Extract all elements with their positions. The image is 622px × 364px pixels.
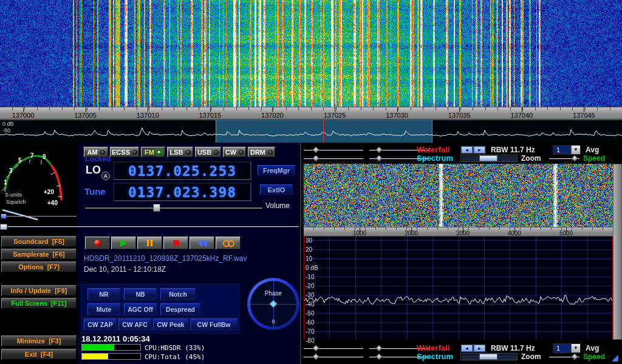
phase-label: Phase (250, 290, 296, 297)
avg-label-top: Avg (586, 146, 599, 154)
dsp-button-cw-afc[interactable]: CW AFC (118, 318, 151, 330)
cpu-total-bar (81, 353, 141, 360)
spectrum-label-bottom[interactable]: Spectrum (417, 352, 453, 361)
scale-tick-label: 4000 (508, 230, 521, 237)
dsp-button-nb[interactable]: NB (124, 288, 157, 300)
slider-thumb[interactable] (375, 155, 382, 161)
rewind-icon (197, 240, 207, 247)
slider-thumb[interactable] (375, 146, 382, 153)
cpu-hdsdr-bar (81, 344, 141, 351)
dropdown-arrow-icon[interactable]: ▼ (571, 344, 580, 352)
left-arrow-icon[interactable]: ◄ (461, 146, 473, 153)
phase-marker-icon (270, 300, 278, 308)
right-arrow-icon[interactable]: ► (474, 345, 485, 352)
rbw-label-top: RBW 11.7 Hz (491, 146, 535, 154)
loop-icon (223, 240, 233, 246)
dsp-button-nr[interactable]: NR (87, 288, 120, 300)
slider-thumb[interactable] (312, 155, 319, 161)
dsp-panel: NRNBNotchMuteAGC OffDespreadCW ZAPCW AFC… (81, 284, 240, 334)
rewind-button[interactable] (190, 237, 214, 249)
dropdown-arrow-icon[interactable]: ▼ (571, 146, 580, 154)
slider-thumb[interactable] (571, 353, 578, 360)
slider-thumb[interactable] (312, 353, 319, 360)
pause-button[interactable] (137, 237, 162, 249)
current-datetime: 18.12.2011 0:05:34 (81, 334, 150, 343)
display-controls-top: Waterfall◄►RBW 11.7 Hz1▼AvgSpectrumZoomS… (304, 144, 622, 164)
dsp-button-cw-fullbw[interactable]: CW FullBw (190, 318, 238, 330)
zoom-slider-bottom[interactable] (460, 353, 518, 360)
display-slider-3-bottom[interactable] (304, 354, 363, 361)
phase-scope: Phase 0 (250, 281, 296, 327)
display-slider-1-top[interactable] (304, 147, 363, 154)
right-arrow-icon[interactable]: ► (474, 146, 485, 153)
phase-indicator[interactable]: Phase 0 (247, 278, 299, 330)
scale-tick-label: 1000 (353, 230, 366, 237)
waterfall-spinner-bottom[interactable]: ◄► (460, 344, 486, 352)
audio-frequency-scale[interactable]: 10002000300040005000 (304, 227, 613, 237)
rbw-label-bottom: RBW 11.7 Hz (491, 344, 535, 352)
record-button[interactable] (85, 237, 110, 249)
zoom-slider-thumb[interactable] (479, 155, 497, 161)
waterfall-spinner-top[interactable]: ◄► (460, 146, 486, 154)
scale-tick-label: 3000 (456, 230, 470, 237)
cpu-total-label: CPU:Total (45%) (145, 353, 205, 361)
stop-icon (173, 240, 179, 246)
waterfall-label-bottom[interactable]: Waterfall (417, 343, 449, 352)
play-icon (120, 240, 127, 247)
dsp-button-cw-peak[interactable]: CW Peak (153, 318, 188, 330)
slider-thumb[interactable] (312, 345, 319, 351)
pause-icon (147, 240, 152, 246)
resize-grip-icon[interactable]: ◢ (612, 353, 618, 362)
avg-label-bottom: Avg (586, 344, 599, 352)
scale-tick-label: 5000 (559, 230, 573, 237)
speed-label-top: Speed (583, 154, 605, 163)
slider-thumb[interactable] (312, 146, 319, 153)
dsp-button-notch[interactable]: Notch (160, 288, 196, 300)
dsp-button-cw-zap[interactable]: CW ZAP (84, 318, 117, 330)
record-icon (94, 240, 101, 246)
zoom-slider-thumb[interactable] (479, 354, 497, 360)
avg-selected-value: 1 (553, 146, 571, 154)
dsp-button-agc-off[interactable]: AGC Off (124, 303, 157, 315)
display-slider-1-bottom[interactable] (304, 345, 363, 352)
cpu-total-bar-fill (82, 354, 108, 359)
slider-thumb[interactable] (375, 353, 382, 360)
waterfall-label-top[interactable]: Waterfall (417, 145, 449, 154)
phase-zero-label: 0 (250, 318, 296, 325)
audio-waterfall-display[interactable] (304, 164, 613, 227)
slider-thumb[interactable] (375, 345, 382, 351)
scale-tick-label: 2000 (405, 230, 418, 237)
stop-button[interactable] (163, 237, 188, 249)
dsp-button-despread[interactable]: Despread (160, 303, 200, 315)
avg-select-top[interactable]: 1▼ (553, 145, 581, 155)
left-arrow-icon[interactable]: ◄ (461, 345, 473, 352)
hdsdr-window: 1370001370051370101370151370201370251370… (0, 0, 622, 364)
slider-thumb[interactable] (571, 155, 578, 161)
display-slider-3-top[interactable] (304, 155, 363, 163)
speed-slider-bottom[interactable] (549, 354, 579, 361)
recording-filename: HDSDR_20111210_120938Z_137025kHz_RF.wav (84, 254, 247, 263)
recording-timestamp: Dec 10, 2011 - 12:10:18Z (84, 265, 166, 274)
spectrum-label-top[interactable]: Spectrum (417, 153, 453, 163)
zoom-label-bottom: Zoom (521, 352, 541, 361)
display-controls-bottom: Waterfall◄►RBW 11.7 Hz1▼AvgSpectrumZoomS… (304, 343, 622, 362)
speed-label-bottom: Speed (583, 352, 605, 361)
avg-select-bottom[interactable]: 1▼ (553, 343, 581, 353)
speed-slider-top[interactable] (549, 155, 579, 163)
cpu-hdsdr-label: CPU:HDSDR (33%) (145, 344, 205, 352)
audio-spectrum-display[interactable] (304, 237, 613, 340)
cpu-hdsdr-bar-fill (82, 345, 114, 350)
zoom-slider-top[interactable] (460, 155, 518, 162)
right-scrollbar[interactable] (613, 164, 622, 340)
play-button[interactable] (111, 237, 136, 249)
dsp-button-mute[interactable]: Mute (87, 303, 120, 315)
zoom-label-top: Zoom (521, 154, 541, 163)
loop-button[interactable] (216, 237, 241, 249)
avg-selected-value: 1 (553, 344, 571, 352)
